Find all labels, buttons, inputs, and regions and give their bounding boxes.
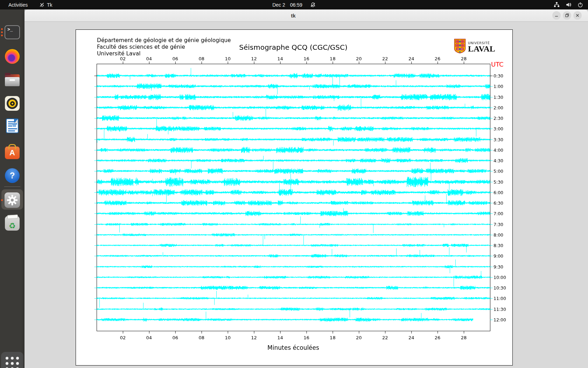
settings-running-dot bbox=[1, 199, 3, 201]
top-axis-tick-label: 12 bbox=[251, 56, 257, 61]
top-axis-tick-label: 04 bbox=[146, 56, 152, 61]
top-axis-tick-label: 28 bbox=[461, 56, 467, 61]
window-titlebar[interactable]: tk bbox=[24, 9, 588, 22]
top-axis-tick-label: 16 bbox=[303, 56, 309, 61]
utc-label: UTC bbox=[491, 61, 504, 68]
bottom-axis-tick-label: 16 bbox=[303, 335, 309, 340]
gear-icon bbox=[5, 192, 20, 208]
seismograph-canvas bbox=[76, 30, 512, 365]
utc-time-label: 4:00 bbox=[493, 148, 503, 153]
window-title: tk bbox=[291, 13, 295, 19]
tk-icon bbox=[39, 2, 44, 7]
libreoffice-writer-icon bbox=[6, 118, 19, 133]
bell-muted-icon bbox=[310, 2, 316, 8]
terminal-running-dots bbox=[1, 28, 3, 36]
dock-item-settings[interactable] bbox=[4, 192, 21, 209]
power-icon bbox=[578, 2, 583, 8]
bottom-axis-tick-label: 10 bbox=[225, 335, 231, 340]
utc-time-label: 0:30 bbox=[493, 73, 503, 79]
show-applications-button[interactable] bbox=[1, 352, 23, 368]
bottom-axis-tick-label: 12 bbox=[251, 335, 257, 340]
clock-button[interactable]: Dec 2 06:59 bbox=[272, 0, 316, 9]
utc-time-label: 10:00 bbox=[493, 275, 506, 280]
maximize-button[interactable] bbox=[563, 11, 571, 20]
utc-time-label: 5:30 bbox=[493, 179, 503, 185]
help-icon: ? bbox=[5, 168, 20, 183]
utc-time-label: 2:00 bbox=[493, 105, 503, 110]
utc-time-label: 10:30 bbox=[493, 285, 506, 291]
dock-item-terminal[interactable]: >_ bbox=[4, 24, 21, 41]
utc-time-label: 1:00 bbox=[493, 84, 503, 89]
utc-time-label: 11:30 bbox=[493, 307, 506, 312]
bottom-axis-tick-label: 02 bbox=[120, 335, 126, 340]
top-axis-tick-label: 24 bbox=[408, 56, 414, 61]
rhythmbox-icon bbox=[5, 96, 20, 111]
utc-time-label: 1:30 bbox=[493, 95, 503, 100]
utc-time-label: 9:30 bbox=[493, 264, 503, 270]
tk-app-menu[interactable]: Tk bbox=[39, 0, 52, 9]
institution-text: Département de géologie et de génie géol… bbox=[97, 37, 231, 57]
desktop: Activities Tk Dec 2 06:59 bbox=[0, 0, 588, 368]
utc-time-label: 3:30 bbox=[493, 137, 503, 142]
ubuntu-software-icon: A bbox=[5, 146, 20, 159]
dock-item-ubuntu-software[interactable]: A bbox=[4, 143, 21, 160]
bottom-axis-tick-label: 20 bbox=[356, 335, 362, 340]
dock-item-libreoffice-writer[interactable] bbox=[4, 117, 21, 134]
utc-time-label: 8:00 bbox=[493, 232, 503, 238]
trash-icon: ♻ bbox=[5, 216, 20, 231]
utc-time-label: 12:00 bbox=[493, 317, 506, 322]
tk-app-label: Tk bbox=[47, 2, 52, 8]
top-axis-tick-label: 18 bbox=[330, 56, 336, 61]
bottom-axis-tick-label: 18 bbox=[330, 335, 336, 340]
top-axis-tick-label: 26 bbox=[435, 56, 441, 61]
laval-shield-icon bbox=[454, 39, 466, 55]
close-button[interactable] bbox=[573, 11, 582, 20]
top-bar: Activities Tk Dec 2 06:59 bbox=[0, 0, 588, 9]
clock-time: 06:59 bbox=[290, 2, 302, 8]
volume-icon bbox=[566, 2, 572, 8]
utc-time-label: 5:00 bbox=[493, 169, 503, 174]
utc-time-label: 9:00 bbox=[493, 253, 503, 259]
utc-time-label: 2:30 bbox=[493, 116, 503, 121]
top-axis-tick-label: 02 bbox=[120, 56, 126, 61]
utc-time-label: 11:00 bbox=[493, 296, 506, 301]
network-icon bbox=[554, 2, 560, 8]
dock-item-help[interactable]: ? bbox=[4, 167, 21, 184]
top-axis-tick-label: 22 bbox=[382, 56, 388, 61]
activities-button[interactable]: Activities bbox=[8, 0, 28, 9]
apps-grid-icon bbox=[6, 357, 19, 368]
bottom-axis-tick-label: 14 bbox=[277, 335, 283, 340]
terminal-icon: >_ bbox=[5, 25, 20, 39]
clock-date: Dec 2 bbox=[272, 2, 285, 8]
top-axis-tick-label: 08 bbox=[198, 56, 204, 61]
bottom-axis-tick-label: 26 bbox=[435, 335, 441, 340]
firefox-icon bbox=[5, 49, 20, 64]
dock-item-files[interactable] bbox=[4, 72, 21, 89]
utc-time-label: 4:30 bbox=[493, 158, 503, 163]
utc-time-label: 7:00 bbox=[493, 211, 503, 216]
dock-item-firefox[interactable] bbox=[4, 48, 21, 65]
bottom-axis-tick-label: 08 bbox=[198, 335, 204, 340]
bottom-axis-tick-label: 24 bbox=[408, 335, 414, 340]
system-status-area[interactable] bbox=[554, 0, 583, 9]
top-axis-tick-label: 10 bbox=[225, 56, 231, 61]
plot-title: Séismographe QCQ (CGC/GSC) bbox=[239, 43, 348, 52]
utc-time-label: 7:30 bbox=[493, 222, 503, 227]
utc-time-label: 3:00 bbox=[493, 126, 503, 131]
utc-time-label: 6:00 bbox=[493, 190, 503, 195]
minimize-button[interactable] bbox=[552, 11, 561, 20]
bottom-axis-tick-label: 28 bbox=[461, 335, 467, 340]
bottom-axis-tick-label: 22 bbox=[382, 335, 388, 340]
seismograph-figure: Département de géologie et de génie géol… bbox=[76, 29, 513, 366]
activities-label: Activities bbox=[8, 2, 28, 8]
top-axis-tick-label: 20 bbox=[356, 56, 362, 61]
top-axis-tick-label: 06 bbox=[173, 56, 178, 61]
bottom-axis-tick-label: 04 bbox=[146, 335, 152, 340]
utc-time-label: 8:30 bbox=[493, 243, 503, 248]
laval-logo: UNIVERSITÉ LAVAL bbox=[454, 39, 495, 55]
logo-laval-text: LAVAL bbox=[468, 45, 495, 53]
utc-time-label: 6:30 bbox=[493, 200, 503, 206]
dock-item-rhythmbox[interactable] bbox=[4, 95, 21, 112]
dock-item-trash[interactable]: ♻ bbox=[4, 215, 21, 232]
top-axis-tick-label: 14 bbox=[277, 56, 283, 61]
